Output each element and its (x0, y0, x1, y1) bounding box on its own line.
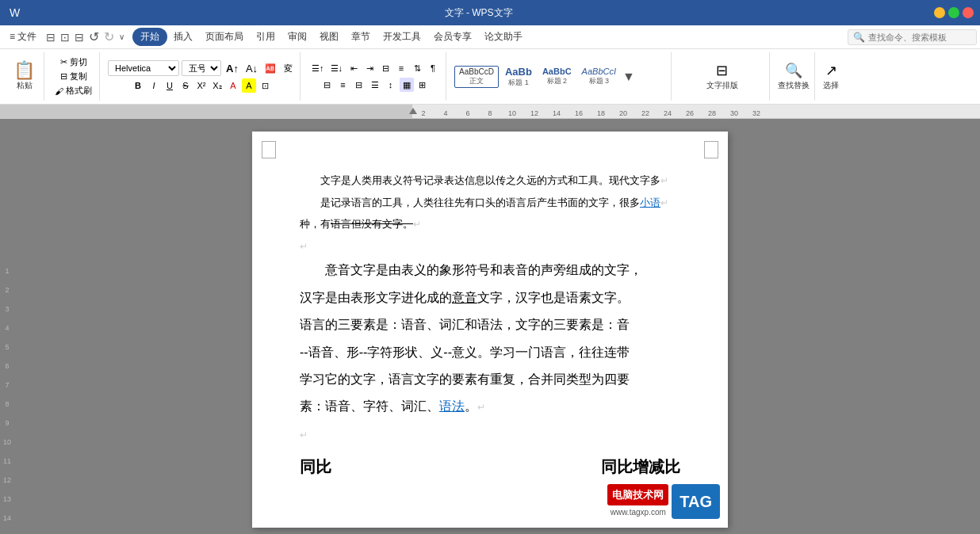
list-number-button[interactable]: ☰↓ (328, 61, 346, 75)
underline-button[interactable]: U (163, 78, 177, 93)
margin-num-6: 6 (5, 357, 9, 376)
align-left2-button[interactable]: ⊟ (320, 78, 335, 92)
find-replace-button[interactable]: 🔍 查找替换 (778, 62, 810, 91)
margin-num-7: 7 (5, 376, 9, 395)
margin-num-15: 15 (3, 528, 11, 534)
undo-button[interactable]: ↺ (87, 28, 101, 46)
ruler-mark-6: 6 (457, 109, 479, 117)
border-button[interactable]: ⊞ (415, 78, 430, 92)
align-left-button[interactable]: ⊟ (378, 61, 392, 75)
paragraph-9[interactable]: 素：语音、字符、词汇、语法。↵ (300, 395, 680, 418)
font-color-clear-button[interactable]: 🆎 (262, 61, 278, 75)
title-bar-title: 文字 - WPS文字 (23, 6, 934, 20)
link-yufa[interactable]: 语法 (439, 399, 465, 413)
style-h3[interactable]: AaBbCcI 标题 3 (578, 66, 620, 87)
style-h1[interactable]: AaBb 标题 1 (501, 65, 536, 89)
maximize-button[interactable] (948, 7, 959, 18)
ruler-mark-24: 24 (657, 109, 679, 117)
font-color-button[interactable]: A (226, 78, 240, 93)
ribbon-toolbar: 📋 粘贴 ✂剪切 ⊟复制 🖌格式刷 Helvetica 五号 A↑ A↓ 🆎 (0, 49, 980, 105)
minimize-button[interactable] (934, 7, 945, 18)
select-button[interactable]: ↗ 选择 (818, 62, 844, 91)
subscript-button[interactable]: X₂ (210, 78, 224, 93)
title-bar: W 文字 - WPS文字 (0, 0, 980, 25)
format-brush-button[interactable]: 🖌格式刷 (52, 84, 94, 97)
sort-button[interactable]: ⇅ (410, 61, 424, 75)
paragraph-3[interactable]: ↵ (300, 237, 680, 256)
tab-dev[interactable]: 开发工具 (377, 27, 427, 47)
margin-num-4: 4 (5, 318, 9, 338)
toolbar-icon-2[interactable]: ⊡ (59, 29, 71, 45)
link-yiyin[interactable]: 意音 (452, 291, 477, 304)
paragraph-10[interactable]: ↵ (300, 422, 680, 446)
style-h2[interactable]: AaBbC 标题 2 (538, 66, 576, 87)
align-center-button[interactable]: ≡ (394, 61, 408, 75)
text-layout-button[interactable]: ⊟ 文字排版 (706, 62, 738, 91)
font-shrink-button[interactable]: A↓ (243, 61, 260, 75)
text-box-button[interactable]: ⊡ (258, 78, 272, 93)
margin-numbers: 1 2 3 4 5 6 7 8 9 10 11 12 13 14 15 16 1… (0, 119, 14, 534)
tab-view[interactable]: 视图 (313, 27, 345, 47)
font-name-select[interactable]: Helvetica (108, 60, 179, 76)
align-center2-button[interactable]: ≡ (336, 78, 350, 92)
paragraph-1[interactable]: 文字是人类用表义符号记录表达信息以传之久远的方式和工具。现代文字多↵ (300, 171, 680, 190)
tab-home[interactable]: 开始 (132, 28, 167, 46)
show-marks-button[interactable]: ¶ (426, 61, 440, 75)
toolbar-icon-3[interactable]: ⊟ (73, 29, 86, 45)
paragraph-2b[interactable]: 种，有语言但没有文字。↵ (300, 215, 680, 234)
tab-vip[interactable]: 会员专享 (427, 27, 478, 47)
font-change-button[interactable]: 変 (281, 61, 295, 75)
highlight-button[interactable]: A (242, 78, 256, 93)
indent-decrease-button[interactable]: ⇤ (346, 61, 361, 75)
menu-bar: ≡ 文件 ⊟ ⊡ ⊟ ↺ ↻ ∨ 开始 插入 页面布局 引用 审阅 视图 章节 … (0, 25, 980, 49)
bold-button[interactable]: B (131, 78, 145, 93)
shading-button[interactable]: ▦ (400, 78, 414, 92)
search-box: 🔍 (848, 29, 977, 45)
tab-review[interactable]: 审阅 (281, 27, 313, 47)
ruler-mark-4: 4 (434, 109, 457, 117)
tab-reference[interactable]: 引用 (250, 27, 281, 47)
title-bar-menu: W (6, 5, 23, 21)
font-grow-button[interactable]: A↑ (224, 61, 241, 75)
indent-increase-button[interactable]: ⇥ (362, 61, 377, 75)
margin-num-9: 9 (5, 414, 9, 433)
align-right-button[interactable]: ⊟ (352, 78, 366, 92)
font-size-select[interactable]: 五号 (182, 60, 221, 76)
more-button[interactable]: ∨ (117, 31, 126, 43)
line-spacing-button[interactable]: ↕ (384, 78, 398, 92)
tab-insert[interactable]: 插入 (167, 27, 199, 47)
search-input[interactable] (868, 32, 971, 42)
ruler: 2 4 6 8 10 12 14 16 18 20 22 24 26 28 30… (0, 105, 980, 119)
text-tools-group: ⊟ 文字排版 (675, 52, 770, 101)
paragraph-7[interactable]: --语音、形--字符形状、义--意义。学习一门语言，往往连带 (300, 341, 680, 364)
tab-chapter[interactable]: 章节 (345, 27, 377, 47)
redo-button[interactable]: ↻ (102, 28, 116, 46)
paragraph-5[interactable]: 汉字是由表形文字进化成的意音文字，汉字也是语素文字。 (300, 286, 680, 310)
file-menu[interactable]: ≡ 文件 (3, 27, 43, 47)
paragraph-4[interactable]: 意音文字是由表义的象形符号和表音的声旁组成的文字， (300, 258, 680, 282)
superscript-button[interactable]: X² (194, 78, 209, 93)
close-button[interactable] (963, 7, 974, 18)
ruler-mark-8: 8 (479, 109, 501, 117)
margin-num-10: 10 (3, 433, 11, 452)
tab-paper[interactable]: 论文助手 (478, 27, 529, 47)
paste-button[interactable]: 📋 粘贴 (13, 62, 35, 91)
tab-layout[interactable]: 页面布局 (199, 27, 250, 47)
partial-right: 同比增减比 (601, 452, 680, 481)
list-bullet-button[interactable]: ☰↑ (309, 61, 327, 75)
ruler-mark-12: 12 (523, 109, 546, 117)
cut-button[interactable]: ✂剪切 (58, 55, 90, 69)
document-page[interactable]: 文字是人类用表义符号记录表达信息以传之久远的方式和工具。现代文字多↵ 是记录语言… (252, 132, 728, 528)
styles-dropdown[interactable]: ▼ (622, 70, 635, 84)
copy-button[interactable]: ⊟复制 (58, 70, 90, 83)
justify-button[interactable]: ☰ (368, 78, 382, 92)
paragraph-6[interactable]: 语言的三要素是：语音、词汇和语法，文字的三要素是：音 (300, 313, 680, 337)
ruler-mark-20: 20 (612, 109, 634, 117)
margin-num-11: 11 (3, 452, 11, 471)
italic-button[interactable]: I (147, 78, 161, 93)
strikethrough-button[interactable]: S (178, 78, 193, 93)
paragraph-8[interactable]: 学习它的文字，语言文字的要素有重复，合并同类型为四要 (300, 368, 680, 391)
style-normal[interactable]: AaBbCcD 正文 (454, 66, 499, 88)
paragraph-2[interactable]: 是记录语言的工具，人类往往先有口头的语言后产生书面的文字，很多小语↵ (300, 193, 680, 212)
toolbar-icon-1[interactable]: ⊟ (44, 29, 57, 45)
